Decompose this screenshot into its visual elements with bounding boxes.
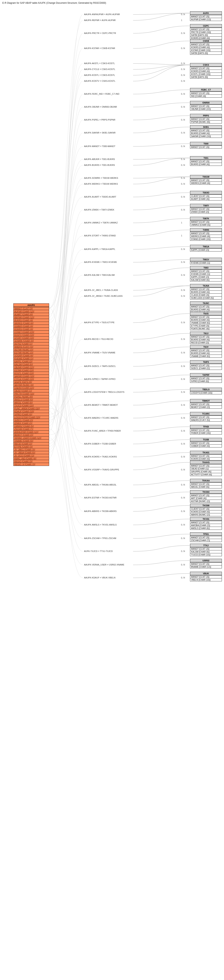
cardinality-label: 0..N — [181, 523, 185, 526]
entity-field: GSBER [CHAR (4)] — [190, 444, 222, 447]
relationship-label: AAUFK-ETYPE = T8JG-ETYPE — [84, 321, 114, 324]
entity-field: KOKRS [CHAR (4)] — [190, 510, 222, 513]
entity-header: T681V — [190, 258, 222, 261]
entity-field: BUKRS [CHAR (4)] — [190, 163, 222, 165]
cardinality-label: 0..N — [181, 62, 185, 65]
relationship-label: AAUFK-BEMOT = TBMOT-BEMOT — [84, 404, 118, 406]
entity-header: T087K — [190, 217, 222, 220]
entity-header: TKO08 — [190, 504, 222, 507]
entity-field: OBJID [CHAR (1)] — [190, 467, 222, 470]
entity-field: ART [CHAR (4)] — [190, 497, 222, 500]
entity-field: AUFNR [CHAR (12)] — [190, 18, 222, 21]
relationship-label: AAUFK-GSBER = TGSB-GSBER — [84, 442, 116, 445]
entity-header: SKB1 — [190, 126, 222, 129]
cardinality-label: 0..N — [181, 47, 185, 49]
entity-header: TTXJ — [190, 544, 222, 547]
relationship-label: AAUFK-IZWEK = T087I-IZWEK — [84, 208, 114, 211]
entity-field: MANDT [CLNT (3)] — [190, 145, 222, 148]
entity-field: MANDT [CLNT (3)] — [190, 364, 222, 367]
entity-field: UMWKZ [CHAR (5)] — [14, 425, 49, 428]
entity-header: VBUK — [190, 572, 222, 575]
entity-onr00: ONR00MANDT [CLNT (3)]OBJNR [CHAR (22)] — [190, 101, 222, 111]
entity-field: CCKEY [CHAR (23)] — [14, 331, 49, 333]
entity-field: BEMOT [CHAR (2)] — [190, 406, 222, 409]
entity-field: JV_OCO [CHAR (1)] — [14, 454, 49, 457]
entity-field: MANDT [CLNT (3)] — [190, 269, 222, 272]
relationship-label: AAUFK-WAERS = TCURC-WAERS — [84, 417, 118, 419]
entity-header: USR02 — [190, 559, 222, 562]
entity-field: KALSM [CHAR (6)] — [14, 363, 49, 366]
relationship-label: AAUFK-OBJNR = ONR00-OBJNR — [84, 106, 117, 108]
entity-header: TBDLS — [190, 388, 222, 391]
entity-t683: T683MANDT [CLNT (3)]KVEWE [CHAR (1)]KAPP… — [190, 266, 222, 282]
relationship-label: AAUFK-VOGRP = TKAVG-GRUPPE — [84, 468, 119, 471]
entity-field: SUBCLASS [CHAR (5)] — [190, 296, 222, 299]
cardinality-label: 0..N — [181, 484, 185, 486]
entity-field: KALSM [CHAR (6)] — [190, 550, 222, 553]
entity-field: SOWRK [CHAR (4)] — [14, 339, 49, 342]
relationship-label: AAUFK-AUART = T003O-AUART — [84, 196, 116, 198]
entity-tcurc: TCURCMANDT [CLNT (3)]WAERS [CUKY (5)] — [190, 412, 222, 422]
entity-header: TKKAA — [190, 479, 222, 482]
entity-t8jj: T8JJMANDT [CLNT (3)]BUKRS [CHAR (4)]RECI… — [190, 332, 222, 344]
entity-field: AWSLS [CHAR (6)] — [190, 527, 222, 530]
entity-field: UMWKZ [CHAR (5)] — [190, 223, 222, 226]
entity-field: CLIENT [CLNT (3)] — [190, 194, 222, 197]
entity-field: MANDT [CLNT (3)] — [190, 315, 222, 318]
entity-field: MANDT [CLNT (3)] — [190, 494, 222, 497]
entity-tgsb: TGSBMANDT [CLNT (3)]GSBER [CHAR (4)] — [190, 438, 222, 447]
relationship-label: AAUFK-CYCLE = CSKS-KOSTL — [84, 68, 115, 70]
entity-field: ASTNR [NUMC (2)] — [14, 348, 49, 351]
entity-header: T087I — [190, 204, 222, 207]
entity-field: MANDT [CLNT (3)] — [190, 547, 222, 550]
relationship-label: AAUFK-KAPPL = T681A-KAPPL — [84, 248, 115, 250]
relationship-label: AAUFK-ZSCHM = TPI01-ZSCHM — [84, 537, 116, 539]
entity-t000: T000MANDT [CLNT (3)] — [190, 142, 222, 149]
entity-field: MANDT [CLNT (3)] — [190, 15, 222, 18]
entity-field: VNAME [CHAR (6)] — [14, 439, 49, 442]
entity-aaufk: AAUFKMANDT [CLNT (3)]AUFNR [CHAR (12)]AU… — [13, 304, 49, 466]
cardinality-label: 0..N — [181, 93, 185, 95]
cardinality-label: 0..N — [181, 145, 185, 147]
cardinality-label: 0..N — [181, 183, 185, 185]
relationship-label: AAUFK-LOGSYSTEM = TBDLS-LOGSYS — [84, 391, 125, 393]
entity-t8j6a: T8J6AMANDT [CLNT (3)]BUKRS [CHAR (4)]CLA… — [190, 284, 222, 299]
entity-field: MANDT [CLNT (3)] — [190, 28, 222, 30]
entity-field: VBELN [CHAR (10)] — [190, 578, 222, 581]
relationship-label: AAUFK-ABUKR = T001-BUKRS — [84, 158, 115, 160]
entity-tkv01: TKV01MANDT [CLNT (3)]AWOBA [CHAR (2)]AWS… — [190, 517, 222, 530]
entity-field: DATBI [DATS (8)] — [190, 75, 222, 78]
cardinality-label: 0..N — [181, 321, 185, 324]
entity-field: VNAME [CHAR (6)] — [190, 355, 222, 358]
entity-header: T8JJ — [190, 332, 222, 335]
relationship-label: AAUFK-KVEWE = T681V-KVEWE — [84, 261, 117, 263]
entity-field: DATBI [DATS (8)] — [190, 33, 222, 37]
entity-header: T001 — [190, 156, 222, 160]
entity-field: MANDT [CLNT (3)] — [190, 305, 222, 308]
cardinality-label: 0..N — [181, 74, 185, 76]
entity-field: MANDT [CLNT (3)] — [190, 415, 222, 418]
entity-field: AUFNR [CHAR (12)] — [14, 310, 49, 313]
entity-header: FEBC_C7 — [190, 88, 222, 92]
entity-field: MANDT [CLNT (3)] — [190, 92, 222, 94]
entity-field: VOGRP [CHAR (4)] — [14, 354, 49, 357]
entity-febc_c7: FEBC_C7MANDT [CLNT (3)]IND [CHAR (4)] — [190, 88, 222, 98]
entity-header: TGSB — [190, 438, 222, 441]
cardinality-label: 0..N — [181, 496, 185, 499]
entity-header: TCURC — [190, 412, 222, 415]
entity-field: ETYPE [CHAR (3)] — [14, 445, 49, 448]
cardinality-label: 0..N — [181, 177, 185, 179]
entity-t001w: T001WMANDT [CLNT (3)]WERKS [CHAR (4)] — [190, 175, 222, 185]
relationship-label: AAUFK-ESTNR = TKO03-ASTNR — [84, 496, 117, 499]
entity-tkkaa: TKKAAMANDT [CLNT (3)]ABGSL [CHAR (6)] — [190, 479, 222, 488]
cardinality-label: 0..N — [181, 430, 185, 432]
entity-field: ASTNR [NUMC (2)] — [190, 500, 222, 503]
cardinality-label: 0..N — [181, 391, 185, 393]
entity-header: TAPRF — [190, 373, 222, 377]
cardinality-label: 0..N — [181, 158, 185, 160]
entity-tpi01: TPI01MANDT [CLNT (3)]ZSCHM [CHAR (7)] — [190, 532, 222, 542]
relationship-label: AAUFK-IVPRO = TAPRF-IVPRO — [84, 378, 115, 380]
entity-field: VNAME [CHAR (6)] — [190, 321, 222, 324]
entity-field: KALSM [CHAR (6)] — [190, 278, 222, 281]
entity-field: GSBER [CHAR (4)] — [14, 325, 49, 328]
